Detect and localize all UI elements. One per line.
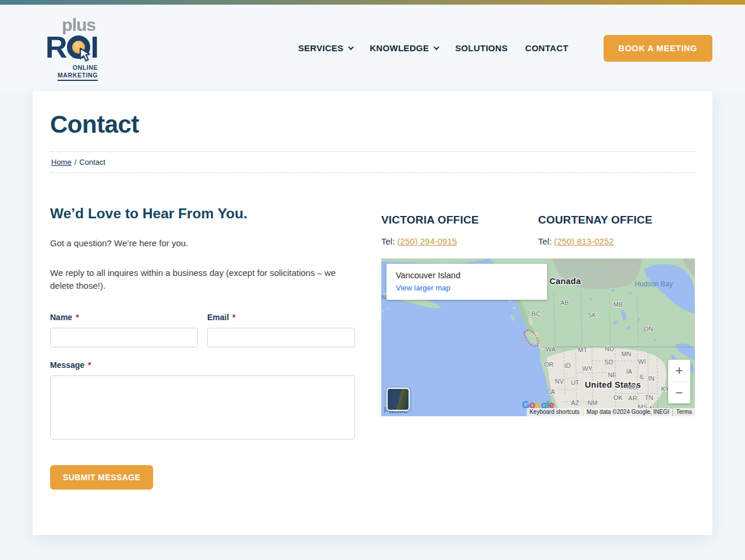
victoria-office-name: VICTORIA OFFICE <box>381 214 538 226</box>
map-label: CA <box>546 388 555 395</box>
map-label: NV <box>555 378 564 385</box>
top-gradient-bar <box>0 0 745 5</box>
map-info-title: Vancouver Island <box>396 271 538 280</box>
email-label: Email* <box>207 313 355 322</box>
message-input[interactable] <box>50 375 355 440</box>
name-input[interactable] <box>50 328 198 348</box>
intro-paragraph-1: Got a question? We’re here for you. <box>50 237 355 250</box>
victoria-phone-link[interactable]: (250) 294-0915 <box>398 236 457 246</box>
logo-tagline: ONLINE MARKETING <box>58 64 98 81</box>
map-attribution: Keyboard shortcuts Map data ©2024 Google… <box>527 408 695 416</box>
map-label: WY <box>582 365 593 372</box>
zoom-in-button[interactable]: + <box>668 360 690 381</box>
satellite-view-toggle[interactable] <box>386 388 410 411</box>
cursor-arrow-icon <box>78 47 93 63</box>
name-label: Name* <box>50 313 198 322</box>
map-label: MB <box>613 301 623 308</box>
map-label: Canada <box>549 277 581 286</box>
breadcrumb-current: Contact <box>79 158 105 166</box>
map-label: AR <box>628 395 637 402</box>
map-label: IA <box>626 368 633 375</box>
required-asterisk: * <box>232 313 235 322</box>
map-label: NM <box>587 399 597 406</box>
breadcrumb-separator: / <box>74 158 77 166</box>
keyboard-shortcuts-link[interactable]: Keyboard shortcuts <box>527 408 583 416</box>
site-header: plus R I ONLINE MARKETING SERVICES KNOWL… <box>0 5 745 91</box>
courtenay-office: COURTENAY OFFICE Tel: (250) 813-0252 <box>538 214 696 246</box>
site-logo[interactable]: plus R I ONLINE MARKETING <box>33 17 98 81</box>
google-map-embed[interactable]: Canada Hudson Bay AB BC SK MB ON WA MT N… <box>381 258 695 416</box>
view-larger-map-link[interactable]: View larger map <box>396 283 538 292</box>
main-nav: SERVICES KNOWLEDGE SOLUTIONS CONTACT BOO… <box>298 35 712 62</box>
map-label: Hudson Bay <box>634 280 672 288</box>
logo-letter-r: R <box>45 32 66 62</box>
nav-item-knowledge[interactable]: KNOWLEDGE <box>370 43 438 53</box>
chevron-down-icon <box>434 44 439 50</box>
map-label: ND <box>605 345 614 352</box>
submit-message-button[interactable]: SUBMIT MESSAGE <box>50 465 153 490</box>
map-label: WI <box>638 358 645 365</box>
map-label: TN <box>645 394 654 401</box>
nav-item-solutions[interactable]: SOLUTIONS <box>455 43 508 53</box>
nav-item-contact[interactable]: CONTACT <box>525 43 568 53</box>
logo-roi-text: R I <box>45 32 98 62</box>
map-zoom-control: + − <box>668 360 690 403</box>
breadcrumb-home-link[interactable]: Home <box>51 158 72 166</box>
map-label: IN <box>648 375 655 382</box>
map-label: MN <box>621 350 631 357</box>
map-label: WA <box>545 346 556 353</box>
map-label: OR <box>544 361 554 368</box>
map-label: ID <box>565 362 571 369</box>
required-asterisk: * <box>88 360 91 370</box>
nav-item-services[interactable]: SERVICES <box>298 43 352 53</box>
content-columns: We’d Love to Hear From You. Got a questi… <box>50 205 695 490</box>
chevron-down-icon <box>348 44 354 50</box>
tel-label: Tel: <box>381 236 395 246</box>
map-label: MT <box>578 346 587 353</box>
map-label: MO <box>627 384 637 391</box>
message-label: Message* <box>50 360 355 370</box>
email-input[interactable] <box>207 328 355 348</box>
tel-label: Tel: <box>538 236 552 246</box>
contact-form-section: We’d Love to Hear From You. Got a questi… <box>50 205 355 490</box>
map-data-text: Map data ©2024 Google, INEGI <box>584 408 672 416</box>
intro-heading: We’d Love to Hear From You. <box>50 205 355 222</box>
map-label: AB <box>560 299 569 306</box>
terms-link[interactable]: Terms <box>673 408 695 416</box>
courtenay-phone-link[interactable]: (250) 813-0252 <box>554 236 614 246</box>
map-label: SK <box>588 311 597 318</box>
offices-section: VICTORIA OFFICE Tel: (250) 294-0915 COUR… <box>381 205 695 416</box>
map-label: OK <box>613 394 623 401</box>
courtenay-office-name: COURTENAY OFFICE <box>538 214 696 226</box>
intro-paragraph-2: We reply to all inquires within a busine… <box>50 267 355 293</box>
map-label: NE <box>608 371 616 378</box>
map-label: UT <box>571 379 580 386</box>
map-label: AZ <box>571 399 579 406</box>
victoria-office: VICTORIA OFFICE Tel: (250) 294-0915 <box>381 214 538 246</box>
map-label: ON <box>644 325 654 332</box>
page-title: Contact <box>50 111 695 139</box>
contact-form: Name* Email* Message* <box>50 313 355 490</box>
required-asterisk: * <box>76 313 79 322</box>
content-card: Contact Home/Contact We’d Love to Hear F… <box>33 91 712 535</box>
zoom-out-button[interactable]: − <box>668 382 690 403</box>
logo-target-icon <box>67 36 90 59</box>
breadcrumb: Home/Contact <box>50 151 695 173</box>
map-label: SD <box>604 359 613 366</box>
map-info-card: Vancouver Island View larger map <box>386 264 547 300</box>
map-label: IL <box>639 373 644 380</box>
map-label: BC <box>531 310 540 317</box>
book-a-meeting-button[interactable]: BOOK A MEETING <box>604 35 712 62</box>
